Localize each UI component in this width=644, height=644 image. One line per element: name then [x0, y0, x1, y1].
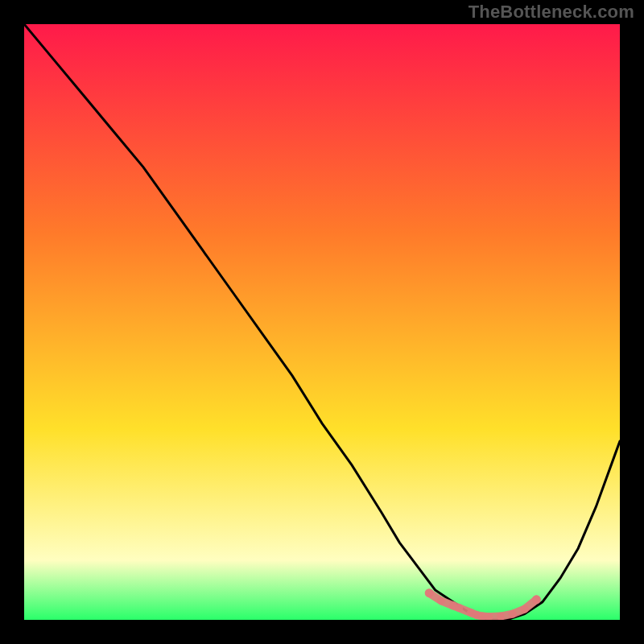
chart-frame: TheBottleneck.com	[0, 0, 644, 644]
gradient-background	[24, 24, 620, 620]
marker-endpoint	[532, 595, 541, 604]
marker-endpoint	[425, 588, 434, 597]
watermark-label: TheBottleneck.com	[469, 2, 634, 23]
bottleneck-chart	[24, 24, 620, 620]
plot-area	[24, 24, 620, 620]
